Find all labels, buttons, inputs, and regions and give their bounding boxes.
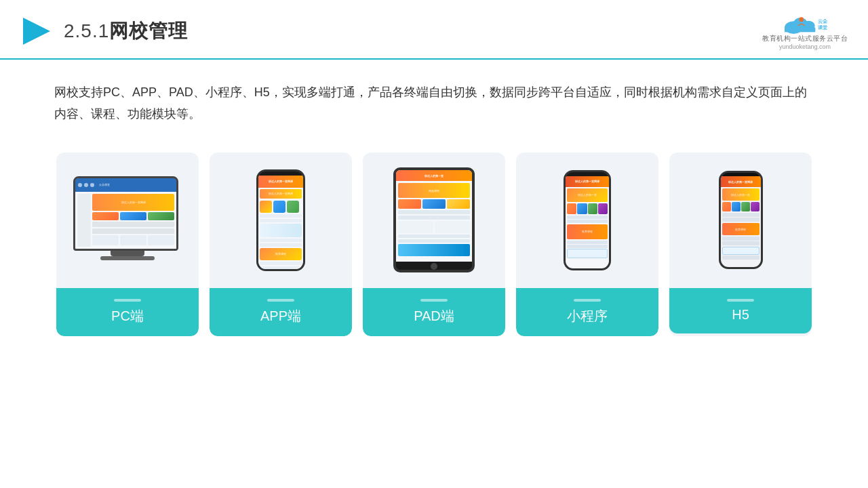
card-miniprogram: 职达人的第一堂网课 职达人的第一堂: [516, 152, 658, 336]
card-pad: 职达人的第一堂 精选课程: [363, 152, 505, 336]
card-h5: 职达人的第一堂网课 职达人的第一堂: [669, 152, 812, 336]
svg-marker-0: [23, 18, 50, 45]
svg-text:云朵: 云朵: [818, 18, 828, 24]
section-number: 2.5.1: [64, 20, 109, 41]
description-text: 网校支持PC、APP、PAD、小程序、H5，实现多端打通，产品各终端自由切换，数…: [0, 60, 868, 139]
app-phone-device: 职达人的第一堂网课 职达人的第一堂网课: [256, 169, 305, 271]
card-app: 职达人的第一堂网课 职达人的第一堂网课: [210, 152, 352, 336]
card-h5-image: 职达人的第一堂网课 职达人的第一堂: [669, 152, 812, 288]
card-pc-image: 云朵课堂 职达人的第一堂网课: [56, 152, 199, 288]
h5-phone-device: 职达人的第一堂网课 职达人的第一堂: [719, 171, 763, 269]
cloud-svg: 云朵 课堂: [778, 12, 832, 37]
card-pc: 云朵课堂 职达人的第一堂网课: [56, 152, 199, 336]
card-app-label: APP端: [210, 288, 352, 336]
title-text: 网校管理: [109, 20, 188, 41]
pad-device: 职达人的第一堂 精选课程: [393, 167, 475, 272]
logo-area: 云朵 课堂 教育机构一站式服务云平台 yunduoketang.com: [762, 12, 848, 50]
miniprogram-phone-device: 职达人的第一堂网课 职达人的第一堂: [564, 170, 611, 270]
play-icon: [20, 15, 53, 47]
card-miniprogram-label: 小程序: [516, 288, 658, 336]
card-h5-label: H5: [669, 288, 812, 333]
logo-url-text: yunduoketang.com: [779, 43, 831, 50]
logo-tagline: 教育机构一站式服务云平台 yunduoketang.com: [762, 34, 848, 50]
page-header: 2.5.1网校管理 云朵 课堂 教育机构一站式服务云平台 yunduoketan…: [0, 0, 868, 60]
page-title: 2.5.1网校管理: [64, 18, 188, 44]
header-left: 2.5.1网校管理: [20, 15, 188, 47]
card-app-image: 职达人的第一堂网课 职达人的第一堂网课: [210, 152, 352, 288]
card-miniprogram-image: 职达人的第一堂网课 职达人的第一堂: [516, 152, 658, 288]
description-paragraph: 网校支持PC、APP、PAD、小程序、H5，实现多端打通，产品各终端自由切换，数…: [54, 81, 814, 125]
svg-point-5: [799, 17, 804, 22]
card-pad-label: PAD端: [363, 288, 505, 336]
svg-text:课堂: 课堂: [818, 24, 828, 30]
pc-device: 云朵课堂 职达人的第一堂网课: [73, 176, 182, 264]
logo-icon: 云朵 课堂: [778, 12, 832, 37]
cards-container: 云朵课堂 职达人的第一堂网课: [0, 139, 868, 350]
card-pad-image: 职达人的第一堂 精选课程: [363, 152, 505, 288]
logo-tagline-text: 教育机构一站式服务云平台: [762, 34, 848, 43]
card-pc-label: PC端: [56, 288, 199, 336]
svg-rect-4: [785, 28, 815, 33]
